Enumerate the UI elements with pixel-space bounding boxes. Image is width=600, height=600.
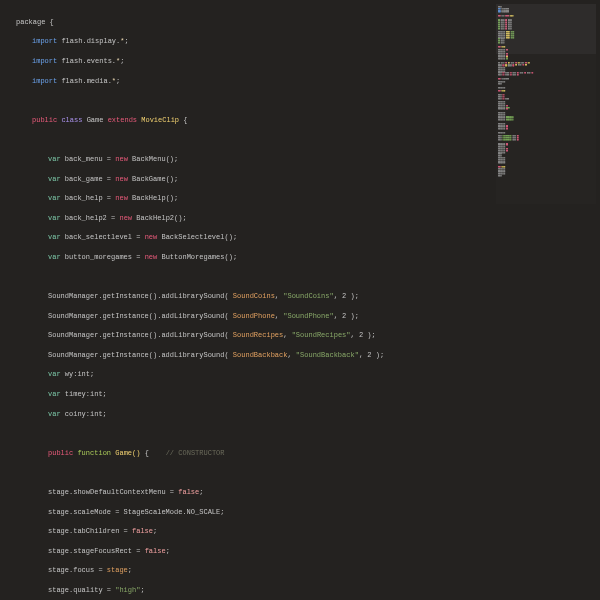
keyword-package: package [16,18,45,26]
minimap-viewport[interactable] [496,4,596,54]
keyword-public: public [32,116,57,124]
keyword-import: import [32,37,57,45]
minimap[interactable]: ████ ███ ████████ ███ ████████ ███ █████… [496,4,596,204]
